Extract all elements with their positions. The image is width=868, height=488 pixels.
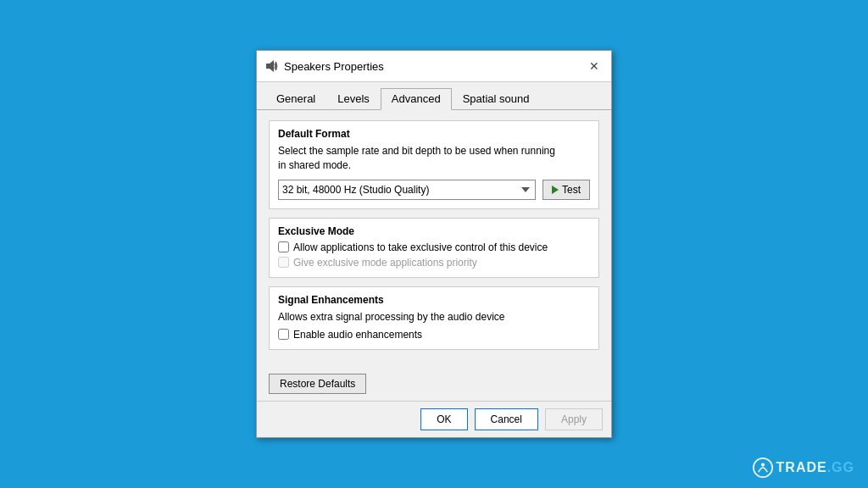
play-icon <box>552 186 559 194</box>
ok-button[interactable]: OK <box>420 408 467 430</box>
watermark: TRADE.GG <box>753 458 854 478</box>
exclusive-mode-section: Exclusive Mode Allow applications to tak… <box>269 218 599 278</box>
format-dropdown[interactable]: 16 bit, 44100 Hz (CD Quality) 16 bit, 48… <box>278 180 536 200</box>
format-row: 16 bit, 44100 Hz (CD Quality) 16 bit, 48… <box>278 180 590 200</box>
watermark-logo-icon <box>753 458 773 478</box>
default-format-desc-line2: in shared mode. <box>278 159 351 171</box>
title-bar-left: Speakers Properties <box>265 59 384 73</box>
exclusive-mode-title: Exclusive Mode <box>278 225 590 237</box>
svg-rect-0 <box>266 64 270 69</box>
tab-content: Default Format Select the sample rate an… <box>257 110 611 366</box>
tab-bar: General Levels Advanced Spatial sound <box>257 82 611 110</box>
signal-enhancements-title: Signal Enhancements <box>278 294 590 306</box>
test-button-label: Test <box>562 184 581 196</box>
watermark-suffix: .GG <box>827 460 854 474</box>
exclusive-priority-checkbox[interactable] <box>278 257 289 268</box>
close-button[interactable]: ✕ <box>586 58 603 75</box>
action-bar: OK Cancel Apply <box>257 401 611 437</box>
tab-general[interactable]: General <box>265 88 326 110</box>
exclusive-priority-label: Give exclusive mode applications priorit… <box>293 257 477 269</box>
svg-point-3 <box>760 463 764 466</box>
enable-enhancements-label: Enable audio enhancements <box>293 329 422 341</box>
default-format-title: Default Format <box>278 128 590 140</box>
enable-enhancements-checkbox[interactable] <box>278 329 289 340</box>
default-format-desc: Select the sample rate and bit depth to … <box>278 144 590 173</box>
dialog-title: Speakers Properties <box>284 60 384 73</box>
tab-advanced[interactable]: Advanced <box>381 88 452 110</box>
restore-defaults-button[interactable]: Restore Defaults <box>269 374 366 394</box>
bottom-section: Restore Defaults <box>257 367 611 401</box>
default-format-section: Default Format Select the sample rate an… <box>269 120 599 209</box>
watermark-brand: TRADE <box>776 460 827 474</box>
apply-button[interactable]: Apply <box>545 408 603 430</box>
exclusive-control-row: Allow applications to take exclusive con… <box>278 241 590 253</box>
default-format-desc-line1: Select the sample rate and bit depth to … <box>278 145 555 157</box>
tab-spatial-sound[interactable]: Spatial sound <box>452 88 541 110</box>
signal-enhancements-desc: Allows extra signal processing by the au… <box>278 310 590 324</box>
speaker-icon <box>265 59 279 73</box>
exclusive-control-checkbox[interactable] <box>278 241 289 252</box>
cancel-button[interactable]: Cancel <box>475 408 538 430</box>
test-button[interactable]: Test <box>542 180 590 200</box>
title-bar: Speakers Properties ✕ <box>257 51 611 82</box>
signal-enhancements-section: Signal Enhancements Allows extra signal … <box>269 286 599 350</box>
watermark-text: TRADE.GG <box>776 460 854 475</box>
enable-enhancements-row: Enable audio enhancements <box>278 329 590 341</box>
exclusive-priority-row: Give exclusive mode applications priorit… <box>278 257 590 269</box>
exclusive-control-label: Allow applications to take exclusive con… <box>293 241 548 253</box>
speakers-properties-dialog: Speakers Properties ✕ General Levels Adv… <box>256 50 612 437</box>
svg-marker-1 <box>270 60 274 72</box>
tab-levels[interactable]: Levels <box>326 88 381 110</box>
